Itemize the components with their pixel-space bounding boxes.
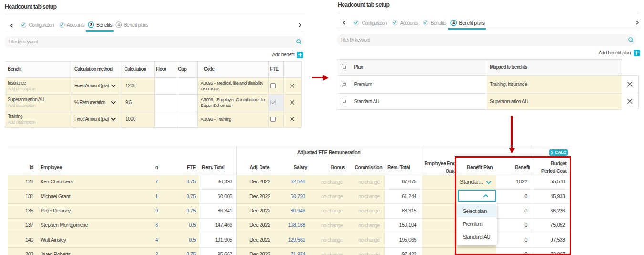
svg-text:4: 4	[453, 20, 455, 25]
svg-text:3: 3	[90, 22, 92, 27]
svg-text:4: 4	[117, 22, 120, 27]
